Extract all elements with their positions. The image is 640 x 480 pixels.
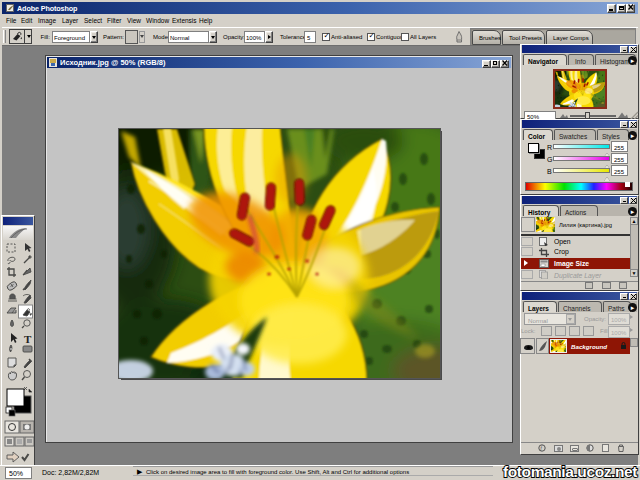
svg-text:f: f (540, 445, 543, 451)
svg-text:T: T (24, 333, 32, 345)
